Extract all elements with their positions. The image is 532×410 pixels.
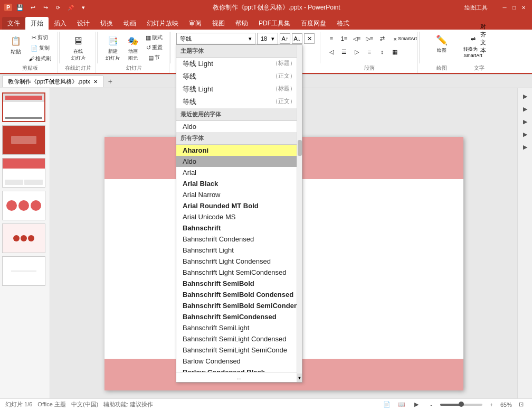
zoom-handle[interactable] [459,402,464,407]
tab-review[interactable]: 审阅 [184,17,207,30]
format-painter-button[interactable]: 🖌 格式刷 [26,54,53,63]
view-slide-btn[interactable]: ▶ [411,399,422,411]
animation-element-button[interactable]: 🎭 动画图元 [124,33,142,63]
online-slides-button[interactable]: 🖥 在线幻灯片 [69,33,88,63]
font-bahnschrift-semilight-semiconde[interactable]: Bahnschrift SemiLight SemiConde [176,344,302,356]
slide-tab[interactable]: 教你制作《pptT创意风格》.pptx ✕ [2,76,103,87]
copy-button[interactable]: 📄 复制 [26,43,53,53]
minimize-button[interactable]: ─ [500,3,509,12]
quick-access-redo[interactable]: ↪ [41,3,50,12]
numbered-list-button[interactable]: 1≡ [338,33,350,44]
theme-font-4[interactable]: 等线 （正文） [176,96,302,108]
view-reading-btn[interactable]: 📖 [396,399,407,411]
slide-thumb-3[interactable] [2,158,45,188]
font-name-selector[interactable]: 等线 ▾ [176,33,255,44]
fit-window-btn[interactable]: ⊡ [515,399,527,411]
new-slide-button[interactable]: 📑 新建幻灯片 [103,33,122,63]
tab-file[interactable]: 文件 [2,17,25,30]
tab-start[interactable]: 开始 [25,17,49,30]
justify-button[interactable]: ≡ [364,46,375,58]
slide-thumb-2[interactable] [2,125,45,155]
tab-transition[interactable]: 切换 [95,17,118,30]
slide-tab-close[interactable]: ✕ [93,79,98,85]
tab-design[interactable]: 设计 [72,17,95,30]
font-bahnschrift-semibold[interactable]: Bahnschrift SemiBold [176,278,302,289]
right-tool-5[interactable]: ▶ [519,141,531,153]
tab-insert[interactable]: 插入 [49,17,72,30]
font-barlow-condensed-black[interactable]: Barlow Condensed Black [176,367,302,372]
reset-button[interactable]: ↺ 重置 [144,43,165,52]
font-aharoni[interactable]: Aharoni [176,145,302,156]
slide-thumb-5[interactable] [2,223,45,253]
font-bahnschrift-light[interactable]: Bahnschrift Light [176,245,302,256]
font-arial-rounded[interactable]: Arial Rounded MT Bold [176,200,302,211]
text-direction-button[interactable]: ⇄ [376,33,388,44]
quick-access-dropdown[interactable]: ▾ [79,3,88,12]
convert-smartart-btn2[interactable]: 转换为SmartArt [467,46,479,58]
quick-access-save[interactable]: 💾 [15,3,25,12]
close-button[interactable]: ✕ [519,3,528,12]
font-bahnschrift-condensed[interactable]: Bahnschrift Condensed [176,234,302,245]
font-barlow-condensed[interactable]: Barlow Condensed [176,356,302,367]
quick-access-pin[interactable]: 📌 [66,3,75,12]
right-tool-3[interactable]: ▶ [519,116,531,127]
font-arial[interactable]: Arial [176,167,302,178]
right-tool-4[interactable]: ▶ [519,128,531,140]
align-right-button[interactable]: ▷ [351,46,363,58]
recent-font-aldo[interactable]: Aldo [176,121,302,132]
theme-font-3[interactable]: 等线 Light （标题） [176,83,302,96]
zoom-slider[interactable] [440,404,482,406]
right-tool-2[interactable]: ▶ [519,103,531,115]
bullet-list-button[interactable]: ≡ [326,33,337,44]
font-aldo[interactable]: Aldo [176,156,302,167]
font-bahnschrift-semilight-condensed[interactable]: Bahnschrift SemiLight Condensed [176,333,302,344]
font-clear-button[interactable]: ✕ [304,33,315,44]
theme-font-2[interactable]: 等线 （正文） [176,70,302,83]
view-normal-btn[interactable]: 📄 [381,399,393,411]
tab-pdf[interactable]: PDF工具集 [253,17,296,30]
font-bahnschrift-semibold-semiconden[interactable]: Bahnschrift SemiBold SemiConden [176,300,302,311]
font-bahnschrift-semilight[interactable]: Bahnschrift SemiLight [176,322,302,333]
right-tool-1[interactable]: ▶ [519,90,531,102]
font-bahnschrift-semicondensed[interactable]: Bahnschrift SemiCondensed [176,311,302,322]
tab-view[interactable]: 视图 [207,17,230,30]
font-grow-button[interactable]: A↑ [280,33,290,44]
maximize-button[interactable]: □ [510,3,518,12]
line-spacing-button[interactable]: ↕ [376,46,388,58]
dropdown-scroll[interactable]: 等线 Light （标题） 等线 （正文） 等线 Light （标题） 等线 （… [176,58,302,372]
dropdown-scrollbar[interactable]: ▼ [297,45,302,382]
font-arial-black[interactable]: Arial Black [176,178,302,189]
scroll-down-arrow[interactable]: ▼ [297,374,302,382]
quick-access-undo[interactable]: ↩ [28,3,37,12]
columns-button[interactable]: ▦ [389,46,401,58]
tab-baidu[interactable]: 百度网盘 [296,17,331,30]
align-center-button[interactable]: ☰ [338,46,350,58]
font-bahnschrift-light-semi[interactable]: Bahnschrift Light SemiCondensed [176,267,302,278]
scrollbar-thumb[interactable] [298,140,302,156]
paste-button[interactable]: 📋 粘贴 [6,33,25,57]
theme-font-1[interactable]: 等线 Light （标题） [176,58,302,70]
tab-animation[interactable]: 动画 [118,17,141,30]
font-size-selector[interactable]: 18 ▾ [257,33,278,44]
font-arial-narrow[interactable]: Arial Narrow [176,189,302,200]
text-align-btn[interactable]: 对齐文本 [480,33,491,44]
text-direction-btn2[interactable]: ⇌ [467,33,479,44]
quick-access-refresh[interactable]: ⟳ [53,3,63,12]
layout-button[interactable]: ▦ 版式 [144,33,165,42]
font-bahnschrift-semibold-condensed[interactable]: Bahnschrift SemiBold Condensed [176,289,302,300]
font-shrink-button[interactable]: A↓ [292,33,302,44]
slide-thumb-1[interactable] [2,92,45,122]
add-slide-tab[interactable]: + [104,76,116,87]
tab-slideshow[interactable]: 幻灯片放映 [141,17,184,30]
convert-smartart-button[interactable]: SmartArt [402,33,413,44]
indent-increase-button[interactable]: ▷≡ [364,33,375,44]
font-arial-unicode[interactable]: Arial Unicode MS [176,211,302,222]
cut-button[interactable]: ✂ 剪切 [26,33,53,42]
tab-format[interactable]: 格式 [331,17,355,30]
zoom-out-btn[interactable]: - [425,399,437,411]
font-bahnschrift-light-condensed[interactable]: Bahnschrift Light Condensed [176,256,302,267]
slide-thumb-4[interactable] [2,191,45,220]
section-button[interactable]: ▤ 节 [144,53,165,62]
align-left-button[interactable]: ◁ [326,46,337,58]
slide-thumb-6[interactable] [2,256,45,286]
